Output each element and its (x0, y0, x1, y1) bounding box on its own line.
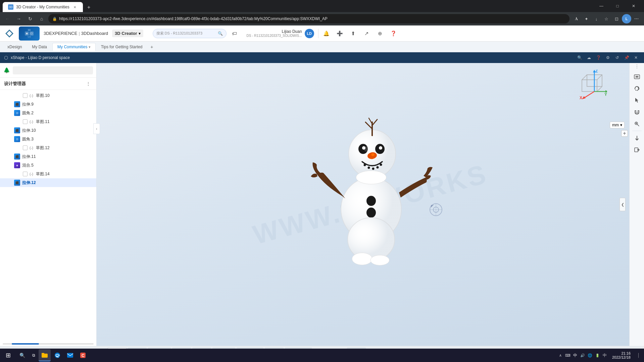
start-button[interactable]: ⊞ (0, 349, 16, 362)
tree-item[interactable]: (-) 草图.14 (0, 170, 96, 178)
collections-button[interactable]: ⊡ (612, 14, 621, 23)
new-tab-button[interactable]: + (84, 3, 94, 12)
tab-tips[interactable]: Tips for Getting Started (96, 43, 147, 51)
compass-button[interactable]: ⊕ (375, 28, 386, 39)
active-browser-tab[interactable]: 3D 3D Creator - My Communities ✕ (3, 2, 83, 12)
header-cloud-btn[interactable]: ☁ (585, 54, 593, 62)
taskbar-search-button[interactable]: 🔍 (16, 349, 28, 362)
add-content-button[interactable]: ➕ (335, 28, 345, 39)
tree-item[interactable]: ⬛ 拉伸.11 (0, 152, 96, 161)
tree-item[interactable]: ◈ 混合.5 (0, 161, 96, 170)
sidebar-collapse-button[interactable]: ‹ (93, 123, 100, 134)
tab-my-communities[interactable]: My Communities ▾ (52, 43, 96, 51)
tab-my-data[interactable]: My Data (27, 43, 52, 51)
user-profile-button[interactable]: L (622, 14, 631, 23)
tree-item[interactable]: ⊡ 圆角.2 (0, 109, 96, 117)
collaborate-button[interactable]: ↗ (361, 28, 372, 39)
share-button[interactable]: ⬆ (348, 28, 359, 39)
axis-gizmo[interactable]: Z Y X (577, 70, 607, 101)
notifications-button[interactable]: 🔔 (321, 28, 332, 39)
tree-item-selected[interactable]: ⬛ 拉伸.12 (0, 178, 96, 187)
tray-battery[interactable]: 🔋 (594, 352, 601, 359)
home-button[interactable]: ⌂ (37, 14, 46, 23)
exit-button[interactable] (632, 144, 642, 155)
add-tab-button[interactable]: + (148, 43, 156, 51)
tray-chinese-input[interactable]: 中 (601, 352, 608, 359)
key-button[interactable] (632, 118, 642, 129)
tree-checkbox[interactable] (23, 119, 28, 124)
search-placeholder: 搜索 DS - R1132101203373 (156, 31, 216, 36)
tree-item[interactable]: (-) 草图.11 (0, 117, 96, 126)
forward-button[interactable]: → (14, 14, 23, 23)
browser-action2[interactable]: ✦ (582, 14, 591, 23)
back-button[interactable]: ← (3, 14, 12, 23)
tree-item[interactable]: ⊡ 圆角.3 (0, 135, 96, 143)
header-close-btn[interactable]: ✕ (632, 54, 640, 62)
refresh-button[interactable]: ↻ (26, 14, 35, 23)
breadcrumb-dashboard[interactable]: 3DDashboard (81, 31, 108, 36)
tree-label: 混合.5 (22, 163, 34, 168)
rotate-button[interactable] (632, 83, 642, 94)
viewport-collapse-button[interactable]: ❮ (620, 198, 626, 211)
browser-menu-button[interactable]: ··· (632, 14, 641, 23)
tree-checkbox[interactable] (23, 145, 28, 150)
sidebar-search[interactable] (13, 66, 93, 74)
header-settings-btn[interactable]: ⚙ (604, 54, 612, 62)
mix-icon: ◈ (14, 162, 20, 168)
close-button[interactable]: ✕ (626, 0, 641, 12)
help-button[interactable]: ❓ (388, 28, 399, 39)
ds-logo (4, 28, 15, 39)
render-button[interactable] (632, 71, 642, 82)
tree-item[interactable]: ⬛ 拉伸.10 (0, 126, 96, 135)
header-help-btn[interactable]: ❓ (594, 54, 602, 62)
app-header-icon: ⬡ (4, 55, 8, 60)
svg-line-29 (582, 75, 587, 80)
tree-item[interactable]: (-) 草图.12 (0, 143, 96, 152)
user-avatar[interactable]: LD (305, 29, 314, 38)
user-info: Lijiao Duan DS - R1132101203373_SOLIDWIS… (243, 29, 318, 38)
tray-arrow[interactable]: ∧ (557, 352, 564, 359)
search-bar[interactable]: 搜索 DS - R1132101203373 🔍 (153, 29, 227, 38)
svg-rect-107 (42, 353, 44, 354)
cursor-button[interactable] (632, 95, 642, 106)
tag-button[interactable]: 🏷 (229, 28, 240, 39)
header-search-btn[interactable]: 🔍 (576, 54, 584, 62)
svg-point-14 (367, 167, 370, 169)
tray-volume[interactable]: 🔊 (579, 352, 586, 359)
unit-selector[interactable]: mm ▾ (610, 122, 625, 128)
sidebar-menu-button[interactable]: ⋮ (84, 80, 92, 88)
taskbar-app-orange[interactable]: C (77, 349, 89, 361)
tree-checkbox[interactable] (23, 172, 28, 176)
taskbar-clock[interactable]: 21:16 2022/12/18 (609, 351, 633, 359)
tree-checkbox[interactable] (23, 93, 28, 98)
zoom-in-button[interactable]: + (621, 130, 628, 137)
app-selector[interactable]: 3D Creator ▾ (112, 29, 143, 37)
tab-xdesign[interactable]: xDesign (3, 43, 27, 51)
browser-action3[interactable]: ↓ (592, 14, 601, 23)
tray-keyboard[interactable]: ⌨ (564, 352, 571, 359)
taskbar-outlook[interactable] (64, 349, 76, 361)
tray-input-method[interactable]: 中 (572, 352, 579, 359)
taskbar-edge[interactable] (51, 349, 63, 361)
platform-badge[interactable]: 3D ◉ ⬡ V,R (19, 26, 40, 41)
header-refresh-btn[interactable]: ↺ (613, 54, 621, 62)
svg-rect-109 (67, 353, 73, 358)
tree-item[interactable]: (-) 草图.10 (0, 91, 96, 100)
taskbar-widgets[interactable]: ⧉ (30, 349, 38, 361)
tray-network[interactable]: 🌐 (587, 352, 593, 359)
header-bookmark-btn[interactable]: 📌 (623, 54, 631, 62)
read-aloud-button[interactable]: 𝐀 (572, 14, 581, 23)
unit-chevron-icon: ▾ (620, 123, 622, 127)
tab-close-button[interactable]: ✕ (72, 4, 78, 10)
taskbar-file-explorer[interactable] (39, 349, 51, 361)
favorites-button[interactable]: ☆ (602, 14, 611, 23)
magnet-button[interactable] (632, 107, 642, 117)
arrow-down-button[interactable] (632, 133, 642, 143)
show-desktop-button[interactable]: │ (633, 349, 644, 362)
viewport[interactable]: WWW.3DWORKS (97, 63, 644, 346)
minimize-button[interactable]: — (594, 0, 609, 12)
tree-item[interactable]: ⬛ 拉伸.9 (0, 100, 96, 109)
address-bar[interactable]: 🔒 https://r1132101203373-apc2-ifwe.3dexp… (48, 14, 569, 23)
windows-taskbar: ⊞ 🔍 ⧉ C ∧ ⌨ 中 🔊 🌐 🔋 中 21:16 2022/12/18 │ (0, 349, 644, 362)
maximize-button[interactable]: □ (610, 0, 625, 12)
